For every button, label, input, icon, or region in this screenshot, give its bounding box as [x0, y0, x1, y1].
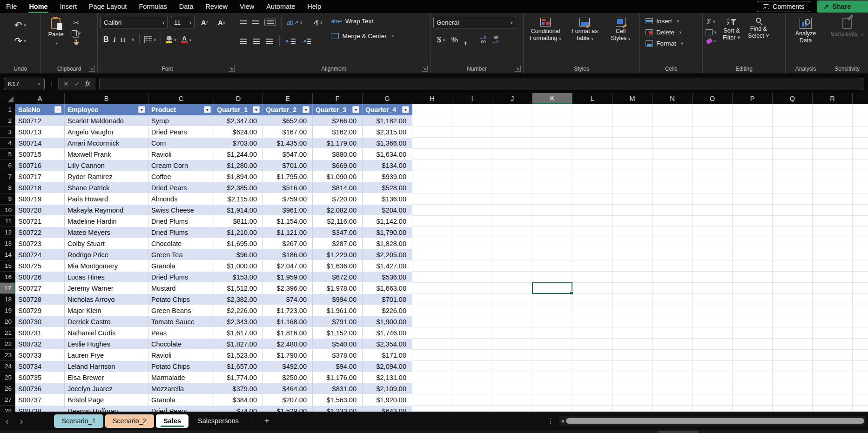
data-cell[interactable]: Coffee	[148, 171, 214, 182]
empty-cell[interactable]	[492, 205, 532, 216]
empty-cell[interactable]	[412, 205, 452, 216]
empty-cell[interactable]	[653, 294, 693, 305]
empty-cell[interactable]	[492, 394, 532, 406]
data-cell[interactable]: $2,116.00	[313, 216, 363, 227]
menu-tab-home[interactable]: Home	[23, 1, 54, 12]
empty-cell[interactable]	[492, 149, 532, 160]
empty-cell[interactable]	[853, 305, 868, 316]
empty-cell[interactable]	[773, 383, 813, 394]
data-cell[interactable]: Mozzarella	[148, 383, 214, 394]
data-cell[interactable]: S00731	[15, 327, 65, 339]
next-sheet-arrow[interactable]: ›	[14, 416, 29, 426]
empty-cell[interactable]	[773, 216, 813, 227]
sheet-tab-salespersons[interactable]: Salespersons	[190, 414, 246, 428]
empty-cell[interactable]	[572, 327, 612, 339]
data-cell[interactable]: $134.00	[363, 160, 412, 171]
column-header-O[interactable]: O	[693, 93, 733, 104]
data-cell[interactable]: $171.00	[363, 350, 412, 361]
data-cell[interactable]: $2,109.00	[363, 383, 412, 394]
data-cell[interactable]: Green Tea	[148, 249, 214, 260]
data-cell[interactable]: $1,746.00	[363, 327, 412, 339]
sort-filter-button[interactable]: AZ Sort &Filter ˅	[720, 17, 744, 41]
menu-tab-formulas[interactable]: Formulas	[133, 1, 173, 12]
empty-cell[interactable]	[452, 149, 492, 160]
empty-cell[interactable]	[532, 294, 572, 305]
empty-cell[interactable]	[612, 138, 653, 149]
data-cell[interactable]: $1,828.00	[363, 238, 412, 249]
data-cell[interactable]: $266.00	[313, 115, 363, 127]
sheet-tab-scenario_1[interactable]: Scenario_1	[54, 414, 103, 428]
empty-cell[interactable]	[773, 305, 813, 316]
data-cell[interactable]: $1,827.00	[214, 339, 263, 350]
empty-cell[interactable]	[813, 272, 853, 283]
copy-button[interactable]: ∨	[72, 30, 81, 36]
empty-cell[interactable]	[412, 127, 452, 138]
empty-cell[interactable]	[412, 160, 452, 171]
empty-cell[interactable]	[813, 294, 853, 305]
percent-format-button[interactable]: %	[451, 36, 458, 44]
selected-cell-outline[interactable]	[532, 282, 572, 294]
empty-cell[interactable]	[612, 383, 653, 394]
find-select-button[interactable]: Find &Select ˅	[747, 17, 771, 40]
data-cell[interactable]: Syrup	[148, 115, 214, 127]
empty-cell[interactable]	[532, 383, 572, 394]
empty-cell[interactable]	[532, 104, 572, 115]
data-cell[interactable]: $162.00	[313, 127, 363, 138]
data-cell[interactable]: S00732	[15, 339, 65, 350]
data-cell[interactable]: S00718	[15, 182, 65, 193]
empty-cell[interactable]	[773, 104, 813, 115]
format-painter-button[interactable]	[72, 40, 81, 45]
empty-cell[interactable]	[813, 115, 853, 127]
empty-cell[interactable]	[412, 104, 452, 115]
table-header-cell[interactable]: Quarter_1▾	[214, 104, 263, 115]
data-cell[interactable]: Green Beans	[148, 305, 214, 316]
empty-cell[interactable]	[492, 182, 532, 193]
empty-cell[interactable]	[612, 394, 653, 406]
empty-cell[interactable]	[492, 327, 532, 339]
empty-cell[interactable]	[452, 193, 492, 205]
data-cell[interactable]: Dried Pears	[148, 182, 214, 193]
empty-cell[interactable]	[612, 316, 653, 327]
data-cell[interactable]: $2,205.00	[363, 249, 412, 260]
empty-cell[interactable]	[693, 127, 733, 138]
data-cell[interactable]: S00713	[15, 127, 65, 138]
menu-tab-file[interactable]: File	[0, 1, 23, 12]
empty-cell[interactable]	[653, 372, 693, 383]
data-cell[interactable]: $2,047.00	[263, 260, 313, 272]
data-cell[interactable]: $2,382.00	[214, 294, 263, 305]
empty-cell[interactable]	[532, 205, 572, 216]
empty-cell[interactable]	[733, 383, 773, 394]
data-cell[interactable]: $701.00	[363, 294, 412, 305]
fill-color-button[interactable]: ∨	[166, 36, 176, 43]
empty-cell[interactable]	[853, 115, 868, 127]
menu-tab-data[interactable]: Data	[173, 1, 200, 12]
empty-cell[interactable]	[853, 127, 868, 138]
empty-cell[interactable]	[572, 227, 612, 238]
data-cell[interactable]: Maxwell Frank	[65, 149, 148, 160]
data-cell[interactable]: Bristol Page	[65, 394, 148, 406]
empty-cell[interactable]	[492, 339, 532, 350]
data-cell[interactable]: $811.00	[214, 216, 263, 227]
empty-cell[interactable]	[612, 372, 653, 383]
filter-dropdown-icon[interactable]: ▾	[138, 106, 145, 113]
empty-cell[interactable]	[532, 249, 572, 260]
empty-cell[interactable]	[532, 406, 572, 412]
empty-cell[interactable]	[412, 272, 452, 283]
empty-cell[interactable]	[733, 238, 773, 249]
empty-cell[interactable]	[452, 305, 492, 316]
empty-cell[interactable]	[612, 294, 653, 305]
empty-cell[interactable]	[653, 193, 693, 205]
empty-cell[interactable]	[733, 327, 773, 339]
new-sheet-button[interactable]: +	[254, 416, 280, 426]
empty-cell[interactable]	[733, 339, 773, 350]
empty-cell[interactable]	[853, 372, 868, 383]
empty-cell[interactable]	[813, 171, 853, 182]
empty-cell[interactable]	[693, 171, 733, 182]
empty-cell[interactable]	[653, 160, 693, 171]
data-cell[interactable]: Leland Harrison	[65, 361, 148, 372]
decrease-indent-button[interactable]: ⇤	[286, 38, 296, 44]
empty-cell[interactable]	[733, 227, 773, 238]
data-cell[interactable]: $516.00	[263, 182, 313, 193]
empty-cell[interactable]	[412, 361, 452, 372]
data-cell[interactable]: $2,315.00	[363, 127, 412, 138]
